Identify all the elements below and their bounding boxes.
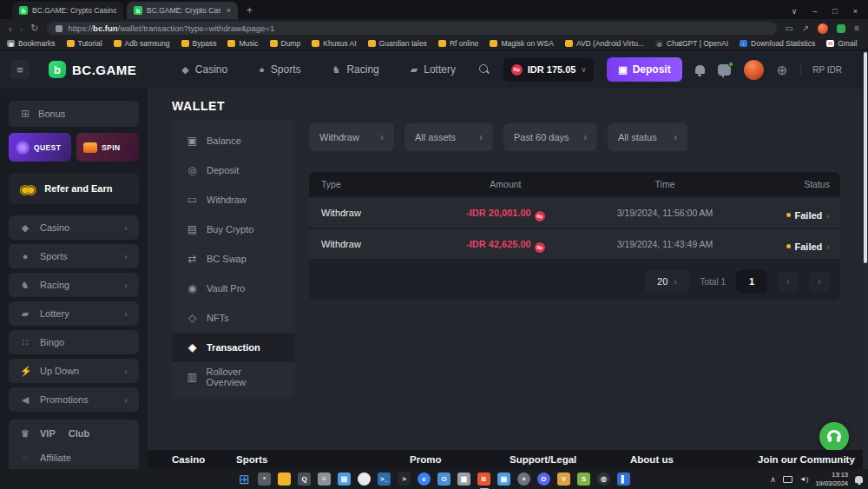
- bonus-button[interactable]: ⊞ Bonus: [9, 101, 139, 127]
- currency-label[interactable]: RP IDR: [800, 65, 842, 75]
- sidebar-item-affiliate[interactable]: ◌Affiliate: [9, 446, 139, 470]
- nav-sports[interactable]: ●Sports: [259, 63, 300, 76]
- nav-casino[interactable]: ◆Casino: [181, 63, 227, 76]
- file-explorer-icon[interactable]: [278, 472, 292, 486]
- notifications-bell-icon[interactable]: [695, 65, 705, 74]
- user-avatar[interactable]: [744, 60, 764, 80]
- sharex-icon[interactable]: S: [577, 472, 591, 486]
- table-row[interactable]: Withdraw -IDR 42,625.00Rp 3/19/2024, 11:…: [309, 229, 840, 259]
- bookmark-item[interactable]: AVD (Android Virtu...: [565, 39, 644, 48]
- close-tab-icon[interactable]: ×: [227, 6, 231, 15]
- quest-button[interactable]: QUEST: [9, 133, 71, 162]
- support-chat-button[interactable]: [819, 422, 849, 452]
- browser-tab-active[interactable]: b BC.GAME: Crypto Casino Games ×: [127, 2, 238, 19]
- site-permissions-icon[interactable]: [56, 25, 62, 32]
- filter-date-range[interactable]: Past 60 days›: [503, 123, 597, 151]
- page-size-selector[interactable]: 20›: [645, 270, 690, 293]
- footer-col-support[interactable]: Support/Legal: [510, 454, 576, 465]
- bookmark-item[interactable]: Bypass: [181, 39, 217, 48]
- forward-icon[interactable]: ›: [20, 23, 23, 34]
- start-button[interactable]: ⊞: [238, 472, 252, 486]
- nav-racing[interactable]: ♞Racing: [332, 63, 379, 76]
- bookmarks-manager[interactable]: ▦Bookmarks: [7, 39, 56, 48]
- restore-icon[interactable]: □: [832, 7, 837, 16]
- sidebar-item-promotions[interactable]: ◀Promotions›: [9, 387, 139, 412]
- terminal-icon[interactable]: >: [398, 472, 411, 486]
- bookmark-item[interactable]: Music: [227, 39, 258, 48]
- bookmark-item[interactable]: ◎ChatGPT | OpenAI: [655, 39, 728, 48]
- current-page-input[interactable]: 1: [736, 270, 767, 293]
- footer-col-about[interactable]: About us: [630, 454, 674, 465]
- photos-app-icon[interactable]: ▣: [497, 472, 511, 486]
- back-icon[interactable]: ‹: [9, 23, 12, 34]
- sidebar-item-sports[interactable]: ●Sports›: [9, 244, 139, 268]
- refer-and-earn-button[interactable]: ◉◉ Refer and Earn: [9, 173, 139, 204]
- speaker-icon[interactable]: ◄): [799, 475, 809, 483]
- bookmark-item[interactable]: Guardian tales: [368, 39, 427, 48]
- display-icon[interactable]: [783, 476, 792, 483]
- balance-selector[interactable]: Rp IDR 175.05 ∨: [503, 58, 595, 82]
- wallet-nav-transaction[interactable]: ◈Transaction: [172, 333, 295, 362]
- language-globe-icon[interactable]: ⊕: [777, 63, 788, 76]
- bookmark-item[interactable]: Dump: [270, 39, 301, 48]
- reload-icon[interactable]: ↻: [30, 23, 38, 34]
- clock-app-icon[interactable]: [358, 472, 372, 486]
- profile-avatar[interactable]: [818, 23, 828, 34]
- spin-button[interactable]: SPIN: [76, 133, 139, 162]
- sidebar-item-bingo[interactable]: ∷Bingo: [9, 330, 139, 354]
- wallet-extension-icon[interactable]: [837, 24, 845, 33]
- footer-col-promo[interactable]: Promo: [410, 454, 441, 465]
- tools-app-icon[interactable]: V: [557, 472, 571, 486]
- wallet-nav-deposit[interactable]: ◎Deposit: [172, 155, 295, 185]
- wallet-nav-bc-swap[interactable]: ⇄BC Swap: [172, 244, 295, 274]
- new-tab-button[interactable]: +: [247, 4, 253, 17]
- reading-mode-icon[interactable]: ▭: [785, 23, 792, 33]
- deposit-button[interactable]: ▣ Deposit: [607, 57, 681, 82]
- outlook-icon[interactable]: O: [437, 472, 451, 486]
- mail-app-icon[interactable]: ▤: [338, 472, 352, 486]
- media-app-icon[interactable]: ▌: [617, 472, 631, 486]
- discord-icon[interactable]: D: [537, 472, 551, 486]
- footer-col-casino[interactable]: Casino: [172, 454, 205, 465]
- tray-chevron-icon[interactable]: ∧: [770, 475, 776, 484]
- bcgame-logo[interactable]: b BC.GAME: [49, 61, 136, 78]
- prev-page-button[interactable]: ‹: [778, 271, 799, 292]
- wallet-nav-balance[interactable]: ▣Balance: [172, 126, 295, 155]
- window-menu-icon[interactable]: ∨: [792, 7, 798, 16]
- search-app-icon[interactable]: Q: [298, 472, 312, 486]
- hamburger-menu-icon[interactable]: ≡: [10, 60, 30, 79]
- close-window-icon[interactable]: ×: [853, 7, 858, 16]
- settings-icon[interactable]: *: [258, 472, 272, 486]
- notification-center-icon[interactable]: [855, 476, 863, 483]
- minimize-icon[interactable]: –: [812, 7, 817, 16]
- address-bar[interactable]: https://bc.fun/wallet/transaction?type=w…: [47, 22, 778, 35]
- wallet-nav-withdraw[interactable]: ▭Withdraw: [172, 185, 295, 215]
- wallet-nav-nfts[interactable]: ◇NFTs: [172, 303, 295, 333]
- sidebar-item-racing[interactable]: ♞Racing›: [9, 273, 139, 297]
- bookmark-item[interactable]: ↓Download Statistics: [740, 39, 815, 48]
- footer-col-sports[interactable]: Sports: [236, 454, 267, 465]
- nav-lottery[interactable]: ▰Lottery: [411, 63, 456, 76]
- browser-menu-icon[interactable]: ≡: [854, 23, 859, 33]
- filter-type[interactable]: Withdraw›: [309, 123, 394, 151]
- sidebar-item-casino[interactable]: ◆Casino›: [9, 215, 139, 240]
- filter-assets[interactable]: All assets›: [404, 123, 493, 151]
- scrollbar-thumb[interactable]: [864, 52, 867, 263]
- edge-browser-icon[interactable]: e: [418, 472, 431, 486]
- chat-icon[interactable]: [718, 64, 731, 76]
- calendar-app-icon[interactable]: ▦: [457, 472, 471, 486]
- share-icon[interactable]: ↗: [802, 23, 809, 33]
- sidebar-item-updown[interactable]: ⚡Up Down›: [9, 359, 139, 383]
- powershell-icon[interactable]: >_: [378, 472, 391, 486]
- tray-clock[interactable]: 13:1319/03/2024: [815, 471, 848, 488]
- wallet-nav-vault-pro[interactable]: ◉Vault Pro: [172, 274, 295, 303]
- table-row[interactable]: Withdraw -IDR 20,001.00Rp 3/19/2024, 11:…: [309, 198, 840, 228]
- next-page-button[interactable]: ›: [809, 271, 830, 292]
- wallet-nav-rollover[interactable]: ▥Rollover Overview: [172, 362, 295, 392]
- obs-icon[interactable]: ◎: [597, 472, 611, 486]
- bookmark-item[interactable]: MGmail: [826, 39, 857, 48]
- game-app-icon[interactable]: ×: [517, 472, 531, 486]
- filter-status[interactable]: All status›: [608, 123, 687, 151]
- sidebar-item-lottery[interactable]: ▰Lottery›: [9, 301, 139, 326]
- brave-browser-icon[interactable]: B: [477, 472, 491, 486]
